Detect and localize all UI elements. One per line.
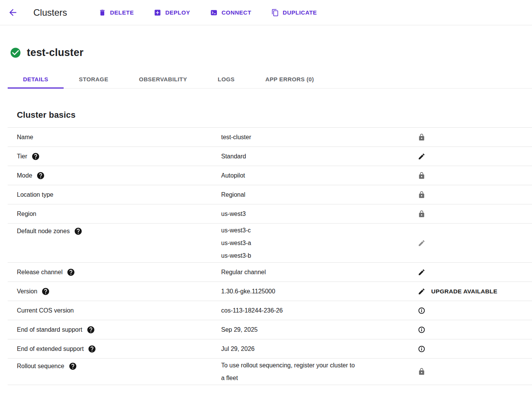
- row-label: Region: [17, 211, 36, 217]
- help-icon[interactable]: [87, 326, 95, 334]
- tab-details[interactable]: DETAILS: [8, 70, 64, 88]
- row-label: Mode: [17, 172, 32, 179]
- edit-disabled-icon[interactable]: [418, 239, 425, 247]
- row-value-cell: test-cluster: [221, 131, 402, 143]
- row-label: Name: [17, 134, 33, 141]
- row-icons-cell: [418, 172, 425, 179]
- lock-icon: [418, 172, 425, 179]
- row-icons-cell: [418, 307, 425, 314]
- row-label: Default node zones: [17, 228, 70, 235]
- copy-icon: [271, 9, 279, 16]
- row-label-cell: Version: [17, 287, 221, 296]
- delete-button[interactable]: DELETE: [94, 6, 138, 20]
- row-icons-cell: [418, 268, 425, 276]
- back-arrow-icon: [8, 7, 18, 18]
- row-value: Jul 29, 2026: [221, 342, 402, 355]
- cluster-basics-table: Name test-cluster Tier Standard Mode Aut…: [8, 127, 532, 385]
- tab-observability[interactable]: OBSERVABILITY: [124, 70, 203, 88]
- info-icon[interactable]: [418, 307, 425, 314]
- row-label: End of standard support: [17, 326, 82, 333]
- tab-app-errors-0[interactable]: APP ERRORS (0): [250, 70, 329, 88]
- table-row-end-of-extended-support: End of extended support Jul 29, 2026: [8, 339, 532, 358]
- row-value: Standard: [221, 150, 402, 163]
- row-value: a fleet: [221, 372, 402, 384]
- lock-icon: [418, 133, 425, 141]
- row-icons-cell: [418, 239, 425, 247]
- tab-logs[interactable]: LOGS: [202, 70, 250, 88]
- row-value: To use rollout sequencing, register your…: [221, 359, 402, 372]
- row-label-cell: Default node zones: [17, 227, 221, 235]
- row-label-cell: Tier: [17, 152, 221, 161]
- tab-label: OBSERVABILITY: [139, 76, 187, 82]
- table-row-rollout-sequence: Rollout sequence To use rollout sequenci…: [8, 358, 532, 385]
- row-value-cell: us-west3-cus-west3-aus-west3-b: [221, 224, 402, 262]
- help-icon[interactable]: [31, 152, 40, 161]
- row-label-cell: Release channel: [17, 268, 221, 276]
- help-icon[interactable]: [36, 171, 45, 180]
- row-value-cell: To use rollout sequencing, register your…: [221, 359, 402, 385]
- section-title: Cluster basics: [17, 110, 532, 120]
- connect-button[interactable]: CONNECT: [205, 6, 256, 20]
- upgrade-available-action[interactable]: UPGRADE AVAILABLE: [431, 288, 498, 295]
- row-value: Regional: [221, 188, 402, 201]
- row-value: Regular channel: [221, 266, 402, 278]
- status-ok-icon: [10, 47, 21, 59]
- table-row-region: Region us-west3: [8, 204, 532, 223]
- action-label: DUPLICATE: [283, 9, 317, 16]
- row-value-cell: 1.30.6-gke.1125000: [221, 285, 402, 298]
- cluster-name: test-cluster: [27, 47, 84, 59]
- row-label-cell: End of extended support: [17, 345, 221, 353]
- row-label: Rollout sequence: [17, 363, 64, 370]
- back-button[interactable]: [5, 5, 21, 21]
- row-label: Location type: [17, 191, 53, 198]
- row-label: Version: [17, 288, 37, 295]
- row-value: Sep 29, 2025: [221, 323, 402, 336]
- row-icons-cell: [418, 368, 425, 375]
- row-icons-cell: [418, 133, 425, 141]
- row-value: us-west3-a: [221, 237, 402, 249]
- lock-icon: [418, 191, 425, 199]
- tab-label: LOGS: [218, 76, 235, 82]
- row-value: test-cluster: [221, 131, 402, 143]
- help-icon[interactable]: [67, 268, 75, 276]
- table-row-default-node-zones: Default node zones us-west3-cus-west3-au…: [8, 223, 532, 262]
- row-label-cell: Name: [17, 134, 221, 141]
- table-row-tier: Tier Standard: [8, 146, 532, 166]
- row-value: 1.30.6-gke.1125000: [221, 285, 402, 298]
- row-label: End of extended support: [17, 346, 84, 352]
- lock-icon: [418, 210, 425, 218]
- deploy-button[interactable]: DEPLOY: [149, 6, 195, 20]
- help-icon[interactable]: [74, 227, 82, 235]
- row-icons-cell: [418, 191, 425, 199]
- duplicate-button[interactable]: DUPLICATE: [267, 6, 322, 20]
- cluster-header: test-cluster: [10, 47, 532, 59]
- help-icon[interactable]: [41, 287, 50, 296]
- row-label-cell: Location type: [17, 191, 221, 198]
- tab-label: APP ERRORS (0): [265, 76, 314, 82]
- toolbar-actions: DELETE DEPLOY CONNECT DUPLICATE: [94, 6, 322, 20]
- row-value-cell: Standard: [221, 150, 402, 163]
- help-icon[interactable]: [69, 362, 77, 370]
- row-label-cell: Mode: [17, 171, 221, 180]
- table-row-mode: Mode Autopilot: [8, 166, 532, 185]
- edit-icon[interactable]: [418, 153, 425, 160]
- lock-icon: [418, 368, 425, 375]
- row-value-cell: Regional: [221, 188, 402, 201]
- action-label: CONNECT: [222, 9, 251, 16]
- info-icon[interactable]: [418, 345, 425, 353]
- edit-icon[interactable]: [418, 268, 425, 276]
- row-label: Release channel: [17, 269, 62, 276]
- row-label: Current COS version: [17, 307, 74, 314]
- row-value-cell: Sep 29, 2025: [221, 323, 402, 336]
- tab-storage[interactable]: STORAGE: [64, 70, 124, 88]
- help-icon[interactable]: [88, 345, 96, 353]
- table-row-release-channel: Release channel Regular channel: [8, 262, 532, 281]
- row-value: us-west3: [221, 207, 402, 220]
- edit-icon[interactable]: [418, 288, 425, 295]
- row-icons-cell: [418, 326, 425, 334]
- row-value-cell: cos-113-18244-236-26: [221, 304, 402, 317]
- info-icon[interactable]: [418, 326, 425, 334]
- row-value-cell: us-west3: [221, 207, 402, 220]
- row-value: us-west3-c: [221, 224, 402, 237]
- row-label-cell: Region: [17, 211, 221, 217]
